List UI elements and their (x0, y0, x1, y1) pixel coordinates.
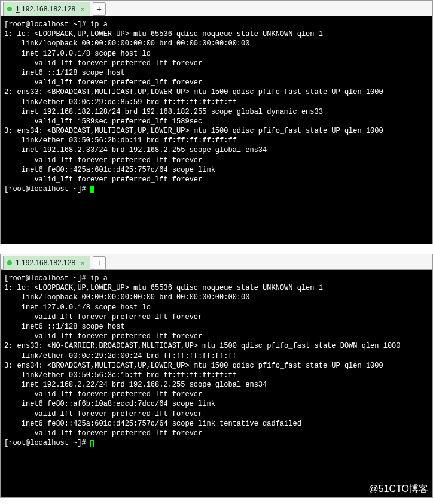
cursor-icon (90, 186, 94, 193)
cursor-icon (90, 440, 94, 447)
output-line: 1: lo: <LOOPBACK,UP,LOWER_UP> mtu 65536 … (4, 284, 323, 292)
output-line: valid_lft forever preferred_lft forever (4, 78, 202, 87)
status-dot-connected-icon (7, 7, 12, 11)
output-line: inet6 fe80::425a:601c:d425:757c/64 scope… (4, 166, 215, 174)
new-tab-button[interactable]: + (93, 2, 106, 16)
terminal-output-bottom[interactable]: [root@localhost ~]# ip a 1: lo: <LOOPBAC… (1, 270, 432, 497)
output-line: inet 127.0.0.1/8 scope host lo (4, 50, 151, 58)
output-line: 3: ens34: <BROADCAST,MULTICAST,UP,LOWER_… (4, 127, 383, 135)
output-line: valid_lft 1589sec preferred_lft 1589sec (4, 117, 202, 126)
tab-active[interactable]: 1 192.168.182.128 × (3, 256, 90, 270)
output-line: 2: ens33: <BROADCAST,MULTICAST,UP,LOWER_… (4, 88, 383, 96)
prompt-empty: [root@localhost ~]# (4, 439, 90, 447)
output-line: inet6 ::1/128 scope host (4, 69, 125, 77)
output-line: valid_lft forever preferred_lft forever (4, 175, 202, 184)
tab-active[interactable]: 1 192.168.182.128 × (3, 2, 90, 16)
output-line: link/loopback 00:00:00:00:00:00 brd 00:0… (4, 40, 249, 48)
output-line: link/loopback 00:00:00:00:00:00 brd 00:0… (4, 293, 249, 302)
output-line: link/ether 00:0c:29:2d:00:24 brd ff:ff:f… (4, 352, 237, 360)
output-line: inet6 fe80::425a:601c:d425:757c/64 scope… (4, 420, 301, 428)
output-line: 3: ens34: <BROADCAST,MULTICAST,UP,LOWER_… (4, 362, 383, 370)
output-line: valid_lft forever preferred_lft forever (4, 59, 202, 68)
status-dot-connected-icon (7, 260, 12, 265)
output-line: 1: lo: <LOOPBACK,UP,LOWER_UP> mtu 65536 … (4, 30, 323, 38)
output-line: inet 127.0.0.1/8 scope host lo (4, 303, 151, 312)
prompt-line: [root@localhost ~]# ip a (4, 20, 108, 29)
tab-bar: 1 192.168.182.128 × + (1, 1, 432, 16)
output-line: valid_lft forever preferred_lft forever (4, 313, 202, 321)
prompt-empty: [root@localhost ~]# (4, 185, 90, 193)
prompt-line: [root@localhost ~]# ip a (4, 274, 108, 283)
tab-title: 1 192.168.182.128 (16, 5, 75, 13)
output-line: link/ether 00:50:56:2b:db:11 brd ff:ff:f… (4, 136, 237, 145)
output-line: valid_lft forever preferred_lft forever (4, 410, 202, 418)
tab-title: 1 192.168.182.128 (16, 259, 75, 267)
output-line: valid_lft forever preferred_lft forever (4, 156, 202, 165)
close-icon[interactable]: × (79, 5, 86, 13)
output-line: valid_lft forever preferred_lft forever (4, 390, 202, 399)
output-line: inet 192.168.2.22/24 brd 192.168.2.255 s… (4, 381, 267, 389)
output-line: inet 192.168.182.128/24 brd 192.168.182.… (4, 108, 323, 116)
output-line: inet6 fe80::af6b:10a8:eccd:7dcc/64 scope… (4, 400, 215, 408)
new-tab-button[interactable]: + (93, 256, 106, 269)
output-line: inet6 ::1/128 scope host (4, 323, 125, 331)
output-line: 2: ens33: <NO-CARRIER,BROADCAST,MULTICAS… (4, 342, 401, 350)
output-line: valid_lft forever preferred_lft forever (4, 429, 202, 438)
close-icon[interactable]: × (79, 259, 86, 267)
output-line: link/ether 00:0c:29:dc:85:59 brd ff:ff:f… (4, 98, 237, 107)
terminal-output-top[interactable]: [root@localhost ~]# ip a 1: lo: <LOOPBAC… (1, 16, 432, 244)
output-line: valid_lft forever preferred_lft forever (4, 332, 202, 341)
terminal-window-top: 1 192.168.182.128 × + [root@localhost ~]… (0, 0, 433, 244)
tab-bar: 1 192.168.182.128 × + (1, 254, 432, 270)
output-line: inet 192.168.2.33/24 brd 192.168.2.255 s… (4, 146, 267, 154)
terminal-window-bottom: 1 192.168.182.128 × + [root@localhost ~]… (0, 254, 433, 498)
output-line: link/ether 00:50:56:3c:1b:ff brd ff:ff:f… (4, 371, 237, 379)
